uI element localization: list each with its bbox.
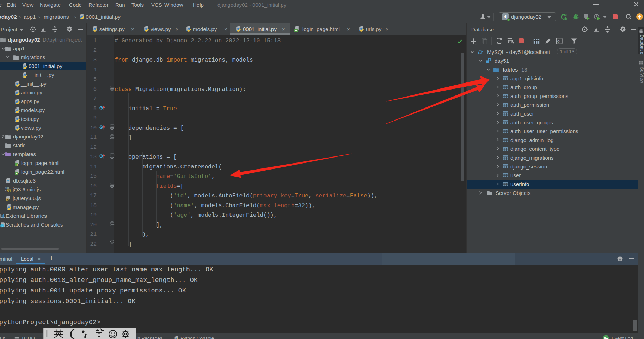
svg-text:QL: QL: [557, 39, 562, 43]
